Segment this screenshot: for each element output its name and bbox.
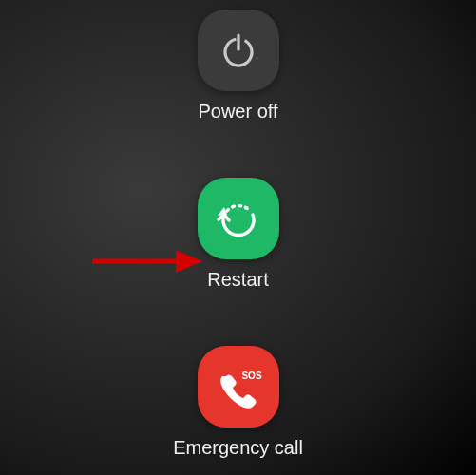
emergency-call-button[interactable]: SOS Emergency call (173, 346, 303, 459)
restart-button[interactable]: Restart (198, 178, 279, 291)
emergency-label: Emergency call (173, 437, 303, 459)
svg-text:SOS: SOS (241, 370, 261, 381)
restart-icon-bg (198, 178, 279, 259)
restart-icon (214, 194, 263, 243)
svg-marker-5 (218, 207, 227, 216)
power-off-button[interactable]: Power off (198, 10, 279, 123)
power-icon (217, 28, 260, 72)
restart-label: Restart (207, 269, 268, 291)
power-off-label: Power off (198, 101, 277, 123)
phone-sos-icon: SOS (212, 360, 265, 413)
power-menu: Power off (0, 0, 476, 475)
emergency-icon-bg: SOS (198, 346, 279, 428)
power-off-icon-bg (198, 10, 279, 91)
